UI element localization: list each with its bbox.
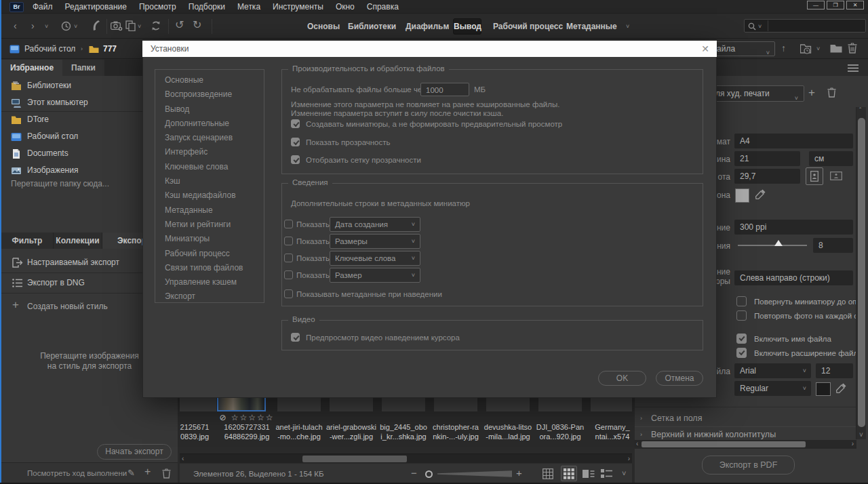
font-size-field[interactable]: 12 (816, 363, 853, 378)
quality-slider-thumb[interactable] (774, 240, 783, 246)
font-style-dropdown[interactable]: Regular˅ (734, 381, 811, 396)
generate-thumbnails-checkbox[interactable] (291, 119, 300, 128)
scroll-down-icon[interactable]: ˅ (859, 431, 863, 439)
scroll-right-icon[interactable]: › (852, 440, 854, 447)
repeat-checkbox[interactable] (736, 310, 747, 321)
eyedropper-icon[interactable] (755, 188, 766, 199)
layout-dropdown[interactable]: Слева направо (строки) (734, 270, 853, 285)
menu-window[interactable]: Окно (336, 2, 355, 12)
zoom-out-icon[interactable]: − (411, 467, 417, 479)
nav-item[interactable]: Управление кэшем (165, 275, 264, 289)
boomerang-icon[interactable] (91, 20, 101, 31)
nav-item[interactable]: Связи типов файлов (165, 261, 264, 275)
file-name[interactable]: 21256710839.jpg (180, 423, 223, 441)
tab-folders[interactable]: Папки (62, 60, 104, 76)
rotate-checkbox[interactable] (736, 296, 747, 306)
workspace-tab-filmstrip[interactable]: Диафильм (406, 14, 449, 39)
right-horizontal-scrollbar[interactable]: ‹ › (635, 440, 856, 449)
portrait-orientation-button[interactable] (806, 167, 823, 185)
transparency-grid-checkbox[interactable] (291, 155, 300, 164)
quality-slider-track[interactable] (738, 245, 807, 246)
file-name[interactable]: Germany_ntai...x574 (584, 423, 632, 441)
grid-section-chevron-icon[interactable]: › (640, 415, 642, 422)
export-pdf-button[interactable]: Экспорт в PDF (702, 456, 795, 475)
scroll-right-icon[interactable]: › (628, 455, 630, 462)
vertical-scrollbar[interactable]: ˆ ˅ (856, 107, 866, 439)
tab-favorites[interactable]: Избранное (1, 60, 62, 76)
video-preview-checkbox[interactable] (291, 333, 300, 342)
show-checkbox-1[interactable] (284, 220, 293, 228)
recent-folder-chevron-icon[interactable]: ˅ (816, 45, 820, 52)
thumbnail-size-slider[interactable] (425, 470, 433, 478)
dialog-close-icon[interactable]: ✕ (701, 41, 709, 57)
include-filename-checkbox[interactable] (736, 334, 747, 344)
import-camera-icon[interactable] (111, 21, 123, 31)
zoom-in-icon[interactable]: + (516, 467, 522, 479)
search-scope-chevron-icon[interactable]: ˅ (758, 23, 762, 30)
file-name[interactable]: christopher-rankin-...-uly.jpg (427, 423, 484, 441)
close-button[interactable]: ✕ (846, 1, 864, 9)
panel-menu-icon[interactable] (848, 64, 859, 72)
breadcrumb-desktop[interactable]: Рабочий стол (24, 44, 75, 54)
nav-item[interactable]: Дополнительные (165, 117, 264, 131)
file-name[interactable]: big_2445_oboi_kr...shka.jpg (375, 423, 432, 441)
show-checkbox-4[interactable] (284, 270, 293, 279)
scroll-left-icon[interactable]: ‹ (636, 440, 638, 447)
file-name[interactable]: anet-jiri-tulach-mo...che.jpg (271, 423, 328, 441)
nav-item[interactable]: Запуск сценариев (165, 131, 264, 145)
nav-item[interactable]: Рабочий процесс (165, 247, 264, 261)
grid-lock-view-icon[interactable] (542, 468, 553, 479)
menu-help[interactable]: Справка (367, 2, 399, 12)
recent-chevron-icon[interactable]: ˅ (74, 23, 77, 30)
scroll-left-icon[interactable]: ‹ (182, 455, 184, 462)
dialog-title-bar[interactable]: Установки ✕ (142, 41, 717, 57)
grid-margins-section[interactable]: Сетка и поля (651, 414, 702, 423)
file-name[interactable]: 1620572733164886299.jpg (218, 423, 275, 441)
show-transparency-checkbox[interactable] (291, 138, 300, 146)
show-checkbox-2[interactable] (284, 237, 293, 245)
format-field[interactable]: A4 (734, 134, 853, 148)
new-folder-icon[interactable] (830, 43, 842, 54)
details-dropdown-2[interactable]: Размеры˅ (330, 234, 420, 249)
headers-section-chevron-icon[interactable]: › (640, 431, 642, 438)
cancel-button[interactable]: Отмена (656, 371, 703, 386)
nav-item[interactable]: Миниатюры (165, 232, 264, 246)
limit-input[interactable]: 1000 (420, 83, 469, 96)
nav-item[interactable]: Метки и рейтинги (165, 218, 264, 232)
slider-track[interactable] (437, 470, 512, 477)
workspace-tab-metadata[interactable]: Метаданные (566, 14, 617, 39)
minimize-button[interactable]: — (807, 1, 825, 9)
nav-item[interactable]: Воспроизведение (165, 87, 264, 102)
preset-dropdown[interactable]: ля худ. печати ˅ (709, 85, 804, 102)
nav-item[interactable]: Интерфейс (165, 145, 264, 159)
menu-file[interactable]: Файл (33, 2, 53, 12)
details-dropdown-1[interactable]: Дата создания˅ (330, 217, 420, 232)
thumbnail-view-button[interactable] (561, 466, 577, 481)
rating-stars[interactable]: ⊘ ☆☆☆☆☆ (218, 413, 275, 422)
detail-view-icon[interactable] (583, 468, 595, 479)
file-name[interactable]: devushka-litso-mila...lad.jpg (479, 423, 536, 441)
recent-files-icon[interactable] (61, 21, 71, 31)
edit-pencil-icon[interactable]: ✎ (127, 468, 135, 478)
list-view-icon[interactable] (601, 468, 613, 479)
font-color-swatch[interactable] (816, 382, 831, 396)
breadcrumb-current-folder[interactable]: 777 (103, 44, 117, 54)
details-dropdown-4[interactable]: Размер˅ (330, 268, 420, 283)
height-field[interactable]: 29,7 (734, 169, 800, 184)
horizontal-scrollbar[interactable]: ‹ › (180, 453, 632, 463)
tab-filter[interactable]: Фильтр (1, 233, 54, 249)
unit-field[interactable]: см (809, 151, 853, 166)
workspace-chevron-icon[interactable]: ˅ (626, 23, 629, 30)
workspace-tab-libraries[interactable]: Библиотеки (348, 14, 396, 39)
details-dropdown-3[interactable]: Ключевые слова˅ (330, 251, 420, 266)
nav-item[interactable]: Вывод (165, 102, 264, 117)
background-color-swatch[interactable] (735, 188, 749, 203)
redo-icon[interactable]: ↻ (193, 18, 201, 31)
font-dropdown[interactable]: Arial˅ (734, 363, 811, 378)
hover-metadata-checkbox[interactable] (284, 289, 293, 298)
add-preset-icon[interactable]: + (808, 86, 815, 100)
show-checkbox-3[interactable] (284, 254, 293, 262)
workspace-tab-output[interactable]: Вывод (453, 18, 481, 35)
search-input[interactable]: ˅ (744, 19, 866, 33)
forward-icon[interactable]: › (31, 20, 35, 31)
